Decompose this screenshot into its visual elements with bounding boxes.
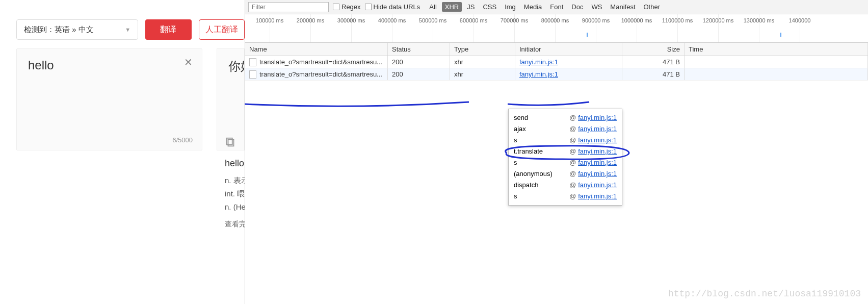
initiator-link[interactable]: fanyi.min.js:1: [519, 58, 558, 66]
callstack-fn: s: [514, 157, 517, 168]
col-name[interactable]: Name: [245, 43, 388, 56]
table-row[interactable]: translate_o?smartresult=dict&smartresu..…: [245, 56, 868, 68]
hide-data-urls-checkbox[interactable]: Hide data URLs: [365, 3, 420, 11]
result-card: 你好: [217, 48, 245, 150]
callstack-src-link[interactable]: fanyi.min.js:1: [578, 181, 617, 189]
initiator-link[interactable]: fanyi.min.js:1: [519, 70, 558, 78]
filter-tab-css[interactable]: CSS: [480, 2, 499, 12]
request-status: 200: [388, 68, 450, 80]
request-type: xhr: [450, 68, 515, 80]
callstack-src-link[interactable]: fanyi.min.js:1: [578, 125, 617, 133]
timeline-tick: 600000 ms: [460, 17, 487, 23]
filter-tab-all[interactable]: All: [426, 2, 439, 12]
col-time[interactable]: Time: [685, 43, 868, 56]
timeline-tick: 1200000 ms: [703, 17, 734, 23]
callstack-fn: ajax: [514, 123, 526, 135]
col-initiator[interactable]: Initiator: [515, 43, 622, 56]
callstack-fn: s: [514, 135, 517, 146]
col-size[interactable]: Size: [622, 43, 685, 56]
timeline-tick: 400000 ms: [378, 17, 406, 23]
filter-bar: Regex Hide data URLs AllXHRJSCSSImgMedia…: [245, 0, 868, 14]
timeline-tick: 900000 ms: [582, 17, 610, 23]
network-table-header: Name Status Type Initiator Size Time: [245, 43, 868, 56]
type-filter-tabs: AllXHRJSCSSImgMediaFontDocWSManifestOthe…: [426, 2, 663, 12]
translate-button[interactable]: 翻译: [145, 19, 191, 40]
source-text: hello: [28, 58, 191, 72]
dict-line: n. 表示: [225, 174, 245, 187]
filter-tab-doc[interactable]: Doc: [568, 2, 586, 12]
timeline-tick: 1000000 ms: [621, 17, 652, 23]
callstack-fn: (anonymous): [514, 168, 553, 180]
timeline[interactable]: 100000 ms200000 ms300000 ms400000 ms5000…: [245, 14, 868, 43]
request-status: 200: [388, 56, 450, 68]
request-time: [685, 68, 868, 80]
source-card[interactable]: hello ✕ 6/5000: [16, 48, 202, 150]
human-translate-button[interactable]: 人工翻译: [199, 19, 245, 40]
timeline-tick: 700000 ms: [501, 17, 528, 23]
filter-tab-js[interactable]: JS: [464, 2, 478, 12]
callstack-src-link[interactable]: fanyi.min.js:1: [578, 136, 617, 144]
filter-tab-other[interactable]: Other: [641, 2, 664, 12]
chevron-down-icon: ▼: [125, 27, 130, 33]
callstack-fn: s: [514, 191, 517, 202]
request-time: [685, 56, 868, 68]
filter-tab-ws[interactable]: WS: [588, 2, 605, 12]
language-select[interactable]: 检测到：英语 » 中文 ▼: [16, 19, 138, 40]
callstack-src-link[interactable]: fanyi.min.js:1: [578, 147, 617, 155]
dictionary-block: hello n. 表示 int. 喂 n. (He 查看完: [225, 158, 245, 229]
dict-more[interactable]: 查看完: [225, 220, 245, 229]
devtools-network: Regex Hide data URLs AllXHRJSCSSImgMedia…: [245, 0, 868, 304]
file-icon: [249, 70, 256, 79]
callstack-fn: dispatch: [514, 180, 538, 191]
col-type[interactable]: Type: [450, 43, 515, 56]
filter-tab-xhr[interactable]: XHR: [442, 2, 462, 12]
callstack-row: t.translate@ fanyi.min.js:1: [514, 146, 617, 157]
watermark: http://blog.csdn.net/luosai19910103: [668, 289, 861, 299]
translate-panel: 检测到：英语 » 中文 ▼ 翻译 人工翻译 hello ✕ 6/5000 你好 …: [0, 0, 245, 304]
lang-bar: 检测到：英语 » 中文 ▼ 翻译 人工翻译: [0, 0, 245, 40]
callstack-fn: send: [514, 112, 528, 123]
timeline-tick: 1300000 ms: [744, 17, 775, 23]
timeline-tick: 300000 ms: [337, 17, 365, 23]
timeline-tick: 1400000: [789, 17, 811, 23]
callstack-row: s@ fanyi.min.js:1: [514, 157, 617, 168]
table-row[interactable]: translate_o?smartresult=dict&smartresu..…: [245, 68, 868, 81]
filter-input[interactable]: [248, 2, 329, 12]
filter-tab-img[interactable]: Img: [502, 2, 519, 12]
timeline-tick: 500000 ms: [419, 17, 446, 23]
timeline-tick: 800000 ms: [541, 17, 569, 23]
close-icon[interactable]: ✕: [184, 56, 193, 68]
dict-headword: hello: [225, 158, 245, 169]
dict-line: n. (He: [225, 200, 245, 214]
callstack-row: s@ fanyi.min.js:1: [514, 191, 617, 202]
network-table-body: translate_o?smartresult=dict&smartresu..…: [245, 56, 868, 81]
request-type: xhr: [450, 56, 515, 68]
callstack-src-link[interactable]: fanyi.min.js:1: [578, 192, 617, 200]
request-marker-icon: [587, 33, 588, 37]
request-marker-icon: [780, 33, 781, 37]
result-text: 你好: [228, 58, 233, 74]
request-size: 471 B: [622, 68, 685, 80]
callstack-row: s@ fanyi.min.js:1: [514, 135, 617, 146]
char-counter: 6/5000: [172, 136, 193, 144]
request-name: translate_o?smartresult=dict&smartresu..…: [259, 70, 382, 78]
col-status[interactable]: Status: [388, 43, 450, 56]
filter-tab-media[interactable]: Media: [521, 2, 545, 12]
file-icon: [249, 58, 256, 66]
language-label: 检测到：英语 » 中文: [24, 25, 94, 35]
dict-line: int. 喂: [225, 187, 245, 200]
filter-tab-font[interactable]: Font: [547, 2, 566, 12]
callstack-row: ajax@ fanyi.min.js:1: [514, 123, 617, 135]
callstack-src-link[interactable]: fanyi.min.js:1: [578, 114, 617, 121]
timeline-tick: 100000 ms: [256, 17, 283, 23]
regex-checkbox[interactable]: Regex: [333, 3, 361, 11]
copy-icon[interactable]: [225, 137, 236, 148]
request-size: 471 B: [622, 56, 685, 68]
callstack-src-link[interactable]: fanyi.min.js:1: [578, 159, 617, 166]
filter-tab-manifest[interactable]: Manifest: [607, 2, 638, 12]
timeline-tick: 1100000 ms: [662, 17, 693, 23]
callstack-src-link[interactable]: fanyi.min.js:1: [578, 170, 617, 178]
initiator-callstack-popup: send@ fanyi.min.js:1ajax@ fanyi.min.js:1…: [508, 109, 622, 206]
callstack-row: dispatch@ fanyi.min.js:1: [514, 180, 617, 191]
callstack-row: (anonymous)@ fanyi.min.js:1: [514, 168, 617, 180]
